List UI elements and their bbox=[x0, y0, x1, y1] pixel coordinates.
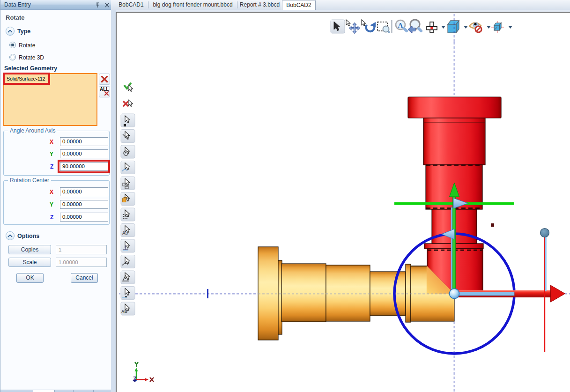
svg-text:A: A bbox=[398, 22, 403, 29]
svg-text:AB: AB bbox=[121, 309, 127, 314]
svg-text:Ab: Ab bbox=[122, 230, 128, 236]
